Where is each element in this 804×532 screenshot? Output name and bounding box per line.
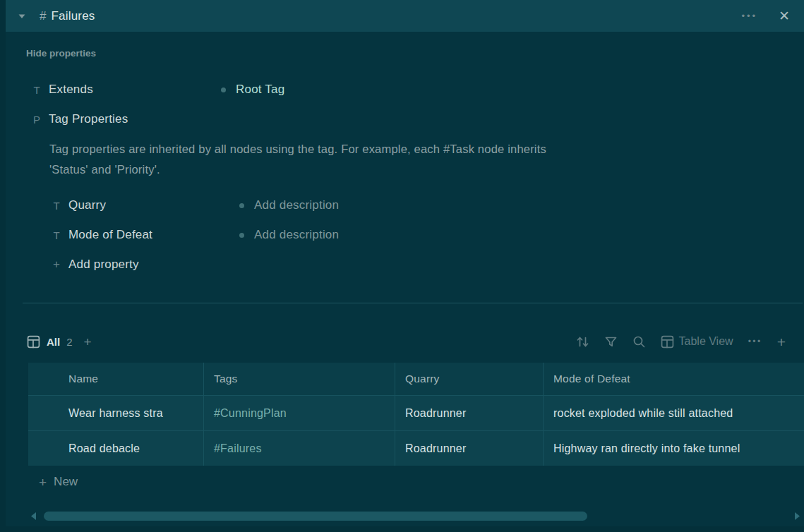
add-property-label: Add property: [68, 258, 139, 272]
panel-content: Hide properties T Extends Root Tag P Tag…: [6, 48, 804, 274]
cell-quarry[interactable]: Roadrunner: [395, 431, 543, 466]
horizontal-scrollbar: [30, 509, 801, 522]
collapse-chevron-icon[interactable]: [14, 8, 30, 24]
text-type-icon: T: [51, 229, 62, 241]
tag-link[interactable]: #CunningPlan: [214, 407, 287, 420]
app-window: # Failures ••• ✕ Hide properties T Exten…: [0, 0, 804, 532]
property-row-tag-properties: P Tag Properties: [26, 109, 804, 129]
paragraph-type-icon: P: [31, 114, 42, 126]
text-type-icon: T: [31, 84, 42, 96]
property-row-quarry: T Quarry Add description: [46, 195, 804, 215]
table-grid-icon: [27, 335, 40, 349]
cell-tags: #CunningPlan: [203, 396, 395, 430]
cell-name[interactable]: Road debacle: [28, 431, 203, 466]
cell-mode-of-defeat[interactable]: rocket exploded while still attached: [543, 396, 804, 430]
add-view-icon[interactable]: +: [84, 335, 92, 349]
property-label-extends[interactable]: Extends: [49, 83, 221, 97]
section-divider: [23, 303, 803, 303]
new-record-label: New: [54, 475, 78, 489]
view-more-options-icon[interactable]: •••: [748, 337, 762, 346]
table-toolbar: All 2 +: [6, 326, 804, 357]
tag-link[interactable]: #Failures: [214, 442, 262, 455]
hide-properties-link[interactable]: Hide properties: [26, 48, 96, 59]
properties-list: T Extends Root Tag P Tag Properties Tag …: [26, 80, 804, 274]
chevron-down-icon: [17, 11, 27, 21]
cell-tags: #Failures: [203, 431, 395, 466]
hash-icon: #: [40, 9, 46, 23]
view-tabs: All 2 +: [27, 335, 92, 349]
column-header-quarry[interactable]: Quarry: [395, 363, 543, 395]
sort-icon[interactable]: [576, 335, 589, 349]
table-row: Road debacle #Failures Roadrunner Highwa…: [28, 430, 804, 466]
bullet-icon: [221, 87, 226, 92]
table-actions: Table View ••• +: [576, 334, 786, 349]
property-row-mode-of-defeat: T Mode of Defeat Add description: [46, 225, 804, 245]
add-description-placeholder[interactable]: Add description: [254, 228, 339, 242]
scroll-left-icon[interactable]: [30, 512, 37, 521]
table-view-icon: [661, 335, 674, 349]
more-options-icon[interactable]: •••: [741, 11, 757, 21]
table-row: Wear harness stra #CunningPlan Roadrunne…: [28, 395, 804, 430]
column-header-name[interactable]: Name: [28, 363, 203, 395]
search-icon[interactable]: [632, 335, 646, 349]
view-tab-all[interactable]: All: [47, 336, 60, 348]
scrollbar-thumb[interactable]: [44, 512, 587, 521]
records-table: Name Tags Quarry Mode of Defeat Wear har…: [28, 363, 804, 466]
table-header-row: Name Tags Quarry Mode of Defeat: [28, 363, 804, 395]
filter-icon[interactable]: [604, 335, 618, 349]
record-count: 2: [66, 336, 72, 348]
description-line-2: 'Status' and 'Priority'.: [49, 159, 804, 180]
add-column-icon[interactable]: +: [777, 334, 786, 349]
close-icon[interactable]: ✕: [779, 9, 790, 23]
bullet-icon: [239, 203, 244, 208]
property-row-extends: T Extends Root Tag: [26, 80, 804, 99]
cell-quarry[interactable]: Roadrunner: [395, 396, 543, 430]
panel-title[interactable]: # Failures: [40, 9, 95, 23]
extends-value-root-tag[interactable]: Root Tag: [236, 83, 284, 97]
tag-properties-description: Tag properties are inherited by all node…: [49, 139, 804, 180]
property-label-tag-properties[interactable]: Tag Properties: [49, 112, 221, 126]
scroll-right-icon[interactable]: [793, 512, 801, 521]
add-description-placeholder[interactable]: Add description: [254, 198, 339, 212]
panel-title-text: Failures: [51, 9, 95, 23]
column-header-mode-of-defeat[interactable]: Mode of Defeat: [543, 363, 804, 395]
cell-mode-of-defeat[interactable]: Highway ran directly into fake tunnel: [543, 431, 804, 466]
view-type-selector[interactable]: Table View: [661, 335, 733, 349]
add-property-button[interactable]: + Add property: [46, 255, 804, 274]
column-header-tags[interactable]: Tags: [203, 363, 395, 395]
new-record-button[interactable]: + New: [39, 466, 804, 498]
view-type-label: Table View: [679, 335, 733, 348]
plus-icon: +: [39, 476, 47, 489]
cell-name[interactable]: Wear harness stra: [28, 396, 203, 430]
tag-config-panel: # Failures ••• ✕ Hide properties T Exten…: [6, 0, 804, 526]
plus-icon: +: [51, 258, 62, 272]
bullet-icon: [239, 233, 244, 238]
panel-topbar: # Failures ••• ✕: [6, 0, 804, 32]
property-label-mode-of-defeat[interactable]: Mode of Defeat: [68, 228, 239, 242]
property-label-quarry[interactable]: Quarry: [68, 198, 239, 212]
description-line-1: Tag properties are inherited by all node…: [49, 139, 804, 159]
text-type-icon: T: [51, 200, 62, 212]
